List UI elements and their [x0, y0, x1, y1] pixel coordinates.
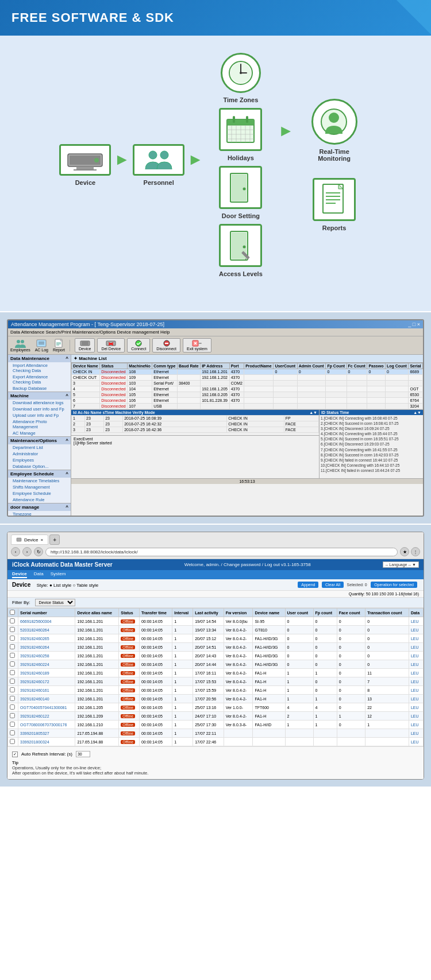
tab-device[interactable]: Device × [11, 534, 48, 545]
machine-cell: 0 [367, 369, 386, 375]
auto-refresh-cb[interactable]: ✓ [12, 752, 18, 757]
trans-count: 0 [365, 660, 409, 669]
sidebar-att-rule[interactable]: Attendance Rule [8, 497, 71, 503]
nav-data[interactable]: Data [34, 571, 44, 578]
sidebar-download-user[interactable]: Download user info and Fp [8, 406, 71, 412]
toolbar-report[interactable]: Report [53, 339, 65, 352]
row-checkbox[interactable] [10, 644, 15, 649]
tab-close[interactable]: × [40, 537, 43, 543]
bookmark-btn[interactable]: ★ [400, 547, 409, 556]
face-count: 0 [337, 721, 365, 729]
transfer-time: 00:00:14:05 [139, 695, 172, 703]
toolbar-ac-log[interactable]: AC Log [35, 339, 48, 352]
machine-cell: 109 [128, 375, 152, 381]
menu-btn[interactable]: ⋮ [411, 547, 420, 556]
row-checkbox[interactable] [10, 730, 15, 735]
event-cell: FP [284, 416, 318, 421]
row-checkbox[interactable] [10, 661, 15, 667]
filter-select[interactable]: Device Status [35, 599, 75, 606]
device-alias: 192.168.1.201 [75, 660, 119, 669]
machine-cell: 4370 [229, 375, 244, 381]
clear-all-btn[interactable]: Clear All [322, 582, 344, 588]
style-options: Style: ● List style ○ Table style [37, 583, 98, 588]
sidebar-db-option[interactable]: Database Option... [8, 463, 71, 470]
row-checkbox[interactable] [10, 636, 15, 641]
back-btn[interactable]: ‹ [11, 547, 20, 556]
forward-btn[interactable]: › [22, 547, 32, 556]
sidebar-employees[interactable]: Employees [8, 457, 71, 463]
operation-btn[interactable]: Operation for selected [371, 582, 417, 588]
row-checkbox[interactable] [10, 696, 15, 701]
sidebar-backup[interactable]: Backup Database [8, 385, 71, 392]
sidebar-photo[interactable]: Attendance Photo Management [8, 419, 71, 430]
row-checkbox[interactable] [10, 687, 15, 692]
row-checkbox[interactable] [10, 670, 15, 675]
status-badge: Offline [121, 714, 135, 718]
toolbar-del-device-btn[interactable]: Del Device [97, 338, 125, 353]
win-title: Attendance Management Program - [ Teng-S… [11, 321, 164, 327]
trans-count: 1 [365, 721, 409, 729]
row-checkbox[interactable] [10, 653, 15, 658]
sidebar-dept-list[interactable]: Department List [8, 444, 71, 451]
toolbar-disconnect-btn[interactable]: Disconnect [152, 338, 180, 353]
fp-count: 0 [313, 626, 337, 634]
sidebar-emp-schedule[interactable]: Employee Schedule [8, 490, 71, 497]
row-checkbox[interactable] [10, 704, 15, 710]
row-checkbox[interactable] [10, 722, 15, 727]
row-checkbox[interactable] [10, 739, 15, 744]
select-all-cb[interactable] [10, 610, 15, 615]
sidebar-import[interactable]: Import Attendance Checking Data [8, 362, 71, 374]
log-entry: 7.[CHECK IN] Connecting with 16:41:55 07… [321, 447, 422, 452]
toolbar-device-btn[interactable]: Device [75, 338, 95, 353]
tip-section: Tip Operations, Usually only for the on-… [12, 759, 419, 777]
device-name: FA1-H/ID/3G [253, 634, 285, 643]
win-controls: _ □ × [408, 321, 420, 327]
new-tab-btn[interactable]: + [49, 534, 60, 545]
sidebar-timetables[interactable]: Maintenance Timetables [8, 478, 71, 484]
user-count: 0 [285, 626, 313, 634]
time-zones-item: Time Zones [218, 53, 264, 103]
machine-cell: 192.168.1.202 [201, 375, 229, 381]
toolbar-employees[interactable]: Employees [10, 339, 30, 352]
interval: 1 [172, 686, 193, 695]
face-count: 0 [337, 617, 365, 626]
row-checkbox[interactable] [10, 713, 15, 718]
device-name: FA1-H/ID/3G [253, 643, 285, 652]
sidebar-ac-manage[interactable]: AC Manage [8, 430, 71, 436]
append-btn[interactable]: Append [298, 582, 318, 588]
transfer-time: 00:00:14:05 [139, 660, 172, 669]
device-status: Offline [119, 738, 140, 746]
col-status: Status [100, 363, 128, 369]
col-fw: Fw version [224, 609, 253, 617]
win-toolbar[interactable]: Employees AC Log Report Device Del [8, 336, 423, 355]
refresh-btn[interactable]: ↻ [34, 547, 43, 556]
face-count [337, 738, 365, 746]
toolbar-connect-btn[interactable]: Connect [127, 338, 150, 353]
sidebar-admin[interactable]: Administrator [8, 451, 71, 457]
bottom-panels: Id Ac-No Name sTime Machine Verify Mode … [71, 409, 423, 478]
browser-window: Device × + ‹ › ↻ http://192.168.1.88:808… [7, 532, 424, 780]
row-checkbox[interactable] [10, 618, 15, 623]
attendance-window: Attendance Management Program - [ Teng-S… [7, 319, 424, 517]
device-data: LEU [409, 652, 423, 660]
sidebar-shifts[interactable]: Shifts Management [8, 484, 71, 490]
toolbar-exit-btn[interactable]: Exit system [183, 338, 211, 353]
nav-device[interactable]: Device [12, 571, 27, 578]
browser-chrome: Device × + ‹ › ↻ http://192.168.1.88:808… [7, 532, 424, 559]
language-select[interactable]: -- Language -- ▼ [383, 561, 419, 568]
device-alias: 192.168.1.201 [75, 652, 119, 660]
machine-list-title: ✦ Machine List [71, 355, 423, 363]
row-checkbox[interactable] [10, 627, 15, 632]
transfer-time: 00:00:14:05 [139, 677, 172, 686]
sidebar-download-logs[interactable]: Download attendance logs [8, 400, 71, 406]
nav-system[interactable]: System [51, 571, 66, 578]
url-bar[interactable]: http://192.168.1.88:8082/iclock/data/Icl… [45, 548, 398, 556]
machine-cell: CHECK OUT [72, 375, 100, 381]
sidebar-export[interactable]: Export Attendance Checking Data [8, 374, 71, 385]
row-checkbox[interactable] [10, 679, 15, 684]
col-product: ProductName [244, 363, 274, 369]
sidebar-timezone[interactable]: Timezone [8, 511, 71, 516]
sidebar-upload-user[interactable]: Upload user info and Fp [8, 412, 71, 419]
interval-input[interactable] [76, 751, 90, 757]
interval: 1 [172, 617, 193, 626]
